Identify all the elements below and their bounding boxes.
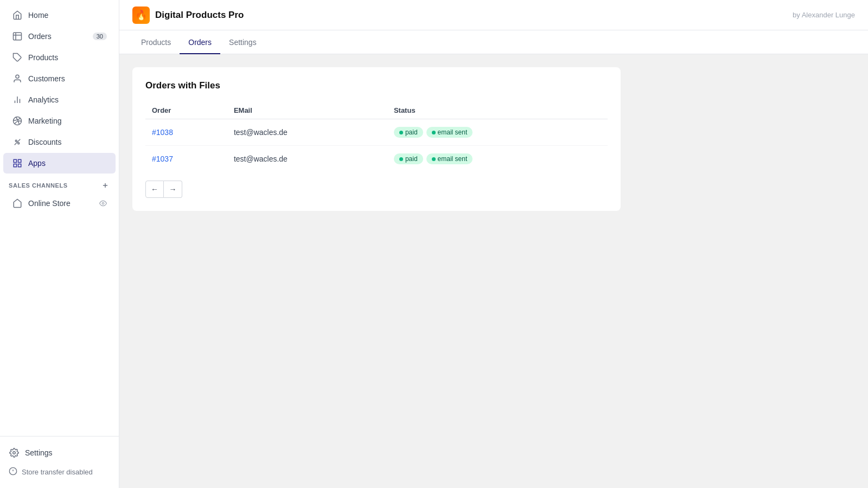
badge-dot-email-0 [432, 131, 436, 134]
orders-icon [12, 31, 23, 42]
svg-point-10 [18, 143, 20, 144]
orders-card: Orders with Files Order EMail Status #10… [132, 67, 621, 211]
marketing-icon [12, 115, 23, 126]
sidebar-item-products[interactable]: Products [3, 47, 116, 68]
badge-email-1: email sent [426, 153, 473, 164]
sidebar-item-marketing[interactable]: Marketing [3, 111, 116, 131]
orders-table: Order EMail Status #1038 test@wacles.de … [145, 102, 608, 172]
main-content: 🔥 Digital Products Pro by Alexander Lung… [119, 0, 868, 488]
svg-point-4 [16, 75, 19, 78]
app-header: 🔥 Digital Products Pro by Alexander Lung… [119, 0, 868, 30]
add-sales-channel-button[interactable] [100, 181, 110, 190]
order-status-0: paid email sent [387, 119, 608, 146]
svg-rect-13 [18, 159, 21, 162]
next-page-button[interactable]: → [164, 181, 182, 198]
sidebar-item-apps[interactable]: Apps [3, 153, 116, 174]
app-title-container: 🔥 Digital Products Pro [132, 7, 244, 24]
sidebar-item-orders[interactable]: Orders 30 [3, 26, 116, 47]
badge-email-0: email sent [426, 127, 473, 138]
tabs: Products Orders Settings [119, 30, 868, 54]
sidebar-nav: Home Orders 30 Products Customers Anal [0, 0, 119, 436]
col-email: EMail [227, 102, 387, 119]
col-status: Status [387, 102, 608, 119]
tab-orders[interactable]: Orders [180, 30, 220, 54]
analytics-icon [12, 94, 23, 105]
svg-point-9 [15, 140, 17, 142]
home-icon [12, 10, 23, 21]
order-email-0: test@wacles.de [227, 119, 387, 146]
store-transfer-icon [9, 467, 17, 477]
badge-dot-paid-0 [399, 131, 403, 134]
app-title: Digital Products Pro [155, 10, 244, 21]
sidebar-item-customers[interactable]: Customers [3, 68, 116, 89]
col-order: Order [145, 102, 227, 119]
discounts-icon [12, 137, 23, 147]
sidebar-item-discounts[interactable]: Discounts [3, 132, 116, 152]
sidebar-item-online-store[interactable]: Online Store [3, 193, 116, 214]
sidebar-bottom: Settings Store transfer disabled [0, 436, 119, 488]
tab-products[interactable]: Products [132, 30, 180, 54]
badge-dot-paid-1 [399, 157, 403, 161]
products-icon [12, 52, 23, 63]
tab-settings[interactable]: Settings [220, 30, 265, 54]
svg-rect-15 [18, 164, 21, 167]
apps-icon [12, 158, 23, 169]
sales-channels-section: SALES CHANNELS [0, 174, 119, 192]
table-row: #1037 test@wacles.de paid email sent [145, 146, 608, 172]
store-transfer-status: Store transfer disabled [0, 463, 119, 481]
sidebar-item-settings[interactable]: Settings [0, 443, 119, 463]
order-link-0[interactable]: #1038 [152, 128, 173, 137]
orders-card-title: Orders with Files [145, 80, 608, 91]
content-area: Orders with Files Order EMail Status #10… [119, 54, 868, 488]
orders-badge: 30 [93, 33, 107, 40]
sidebar-item-home[interactable]: Home [3, 5, 116, 25]
svg-rect-0 [14, 33, 22, 40]
pagination: ← → [145, 181, 608, 198]
svg-point-18 [102, 202, 104, 204]
order-status-1: paid email sent [387, 146, 608, 172]
sidebar-item-analytics[interactable]: Analytics [3, 89, 116, 110]
sidebar: Home Orders 30 Products Customers Anal [0, 0, 119, 488]
badge-dot-email-1 [432, 157, 436, 161]
svg-rect-12 [14, 159, 16, 162]
svg-rect-14 [14, 164, 16, 167]
badge-paid-0: paid [394, 127, 423, 138]
order-link-1[interactable]: #1037 [152, 155, 173, 163]
order-email-1: test@wacles.de [227, 146, 387, 172]
app-by: by Alexander Lunge [793, 11, 855, 19]
badge-paid-1: paid [394, 153, 423, 164]
online-store-icon [12, 198, 23, 209]
svg-point-19 [13, 452, 16, 454]
online-store-visibility-icon [99, 200, 107, 207]
app-icon: 🔥 [132, 7, 150, 24]
settings-icon [9, 447, 20, 458]
prev-page-button[interactable]: ← [145, 181, 164, 198]
customers-icon [12, 73, 23, 84]
table-row: #1038 test@wacles.de paid email sent [145, 119, 608, 146]
